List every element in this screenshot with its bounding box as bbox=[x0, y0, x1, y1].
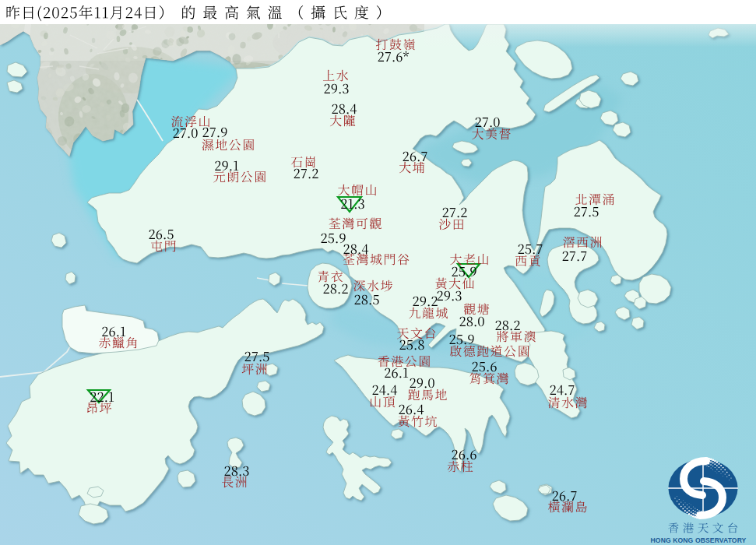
svg-text:HONG KONG OBSERVATORY: HONG KONG OBSERVATORY bbox=[651, 536, 747, 544]
